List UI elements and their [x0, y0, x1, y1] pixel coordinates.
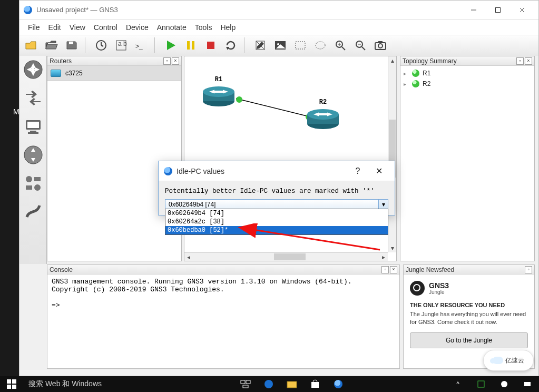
zoom-out-icon[interactable]	[351, 37, 369, 53]
insert-image-icon[interactable]	[271, 37, 289, 53]
canvas-node-r1[interactable]: R1	[201, 85, 236, 109]
canvas-vertical-scrollbar[interactable]: ▴ ▾	[388, 56, 396, 252]
app-icon	[24, 6, 32, 14]
panel-undock-button[interactable]: ▫	[381, 266, 389, 273]
svg-line-24	[342, 47, 345, 50]
menu-control[interactable]: Control	[94, 23, 117, 32]
taskbar-tray-icon[interactable]	[516, 376, 539, 392]
taskbar-store-icon[interactable]	[303, 376, 327, 392]
dialog-close-button[interactable]: ✕	[368, 166, 389, 176]
router-template-item[interactable]: c3725	[47, 66, 181, 81]
browse-routers-icon[interactable]	[22, 58, 45, 81]
taskbar-overflow-icon[interactable]: ^	[446, 376, 469, 392]
chevron-down-icon[interactable]: ▾	[378, 200, 388, 209]
node-label: R1	[215, 76, 222, 83]
menubar: File Edit View Control Device Annotate T…	[19, 19, 538, 35]
open-project-icon[interactable]	[43, 37, 61, 53]
new-project-icon[interactable]	[23, 37, 41, 53]
browse-switches-icon[interactable]	[22, 86, 45, 110]
svg-point-46	[236, 96, 242, 103]
menu-tools[interactable]: Tools	[195, 23, 212, 32]
close-button[interactable]	[510, 3, 534, 17]
topology-node-row[interactable]: ▸ R1	[404, 68, 531, 79]
go-to-jungle-button[interactable]: Go to the Jungle	[410, 332, 528, 348]
browse-end-devices-icon[interactable]	[22, 115, 45, 138]
zoom-in-icon[interactable]	[331, 37, 349, 53]
taskbar-explorer-icon[interactable]	[280, 376, 303, 392]
start-all-icon[interactable]	[162, 37, 180, 53]
svg-rect-64	[287, 381, 297, 388]
maximize-button[interactable]	[486, 3, 510, 17]
draw-rect-icon[interactable]	[291, 37, 309, 53]
screenshot-icon[interactable]	[371, 37, 389, 53]
panel-undock-button[interactable]: ▫	[525, 266, 532, 273]
svg-rect-56	[7, 379, 11, 384]
window-title: Unsaved project* — GNS3	[36, 6, 118, 14]
svg-point-22	[316, 42, 325, 49]
browse-all-icon[interactable]	[22, 172, 45, 195]
taskbar-tray-icon[interactable]	[469, 376, 493, 392]
canvas-node-r2[interactable]: R2	[306, 108, 340, 132]
topology-node-row[interactable]: ▸ R2	[404, 79, 531, 89]
external-strip-char: M	[13, 107, 19, 116]
console-panel-title: Console	[50, 266, 73, 273]
canvas-horizontal-scrollbar[interactable]: ◂ ▸	[184, 252, 388, 261]
svg-rect-62	[243, 385, 248, 388]
task-view-icon[interactable]	[234, 376, 257, 392]
svg-rect-14	[207, 42, 214, 49]
annotate-note-icon[interactable]	[251, 37, 269, 53]
node-label: R2	[319, 99, 327, 106]
dialog-help-button[interactable]: ?	[347, 166, 368, 176]
topology-summary-panel: Topology Summary ▫ × ▸ R1 ▸ R2	[400, 56, 535, 261]
scroll-down-icon[interactable]: ▾	[388, 244, 397, 252]
svg-rect-66	[478, 381, 484, 387]
minimize-button[interactable]	[462, 3, 486, 17]
pause-all-icon[interactable]	[182, 37, 200, 53]
dropdown-option[interactable]: 0x60bedba0 [52]*	[165, 226, 388, 234]
draw-ellipse-icon[interactable]	[311, 37, 329, 53]
toolbar: a b >_	[19, 35, 538, 55]
combobox-selected-value: 0x602649b4 [74]	[169, 201, 215, 208]
menu-device[interactable]: Device	[126, 23, 149, 32]
scroll-left-icon[interactable]: ◂	[184, 253, 193, 261]
router-template-label: c3725	[65, 70, 83, 77]
browse-security-icon[interactable]	[22, 143, 45, 166]
show-interface-labels-icon[interactable]: a b	[112, 37, 130, 53]
menu-edit[interactable]: Edit	[48, 23, 61, 32]
stop-all-icon[interactable]	[202, 37, 220, 53]
menu-annotate[interactable]: Annotate	[157, 23, 187, 32]
start-button[interactable]	[0, 376, 23, 392]
console-output[interactable]: GNS3 management console. Running GNS3 ve…	[47, 275, 399, 312]
svg-point-19	[277, 43, 279, 45]
panel-close-button[interactable]: ×	[172, 57, 179, 65]
panel-close-button[interactable]: ×	[525, 57, 532, 65]
expand-icon[interactable]: ▸	[404, 81, 409, 87]
dropdown-option[interactable]: 0x602649b4 [74]	[165, 209, 388, 218]
expand-icon[interactable]: ▸	[404, 71, 409, 76]
svg-rect-13	[192, 41, 194, 50]
save-project-icon[interactable]	[63, 37, 81, 53]
panel-undock-button[interactable]: ▫	[163, 57, 171, 65]
menu-view[interactable]: View	[70, 23, 85, 32]
console-all-icon[interactable]: >_	[132, 37, 150, 53]
taskbar-edge-icon[interactable]	[257, 376, 280, 392]
dialog-icon	[164, 167, 172, 175]
reload-all-icon[interactable]	[222, 37, 240, 53]
snapshot-icon[interactable]	[92, 37, 110, 53]
panel-close-button[interactable]: ×	[390, 266, 397, 273]
menu-help[interactable]: Help	[220, 23, 236, 32]
add-link-icon[interactable]	[22, 200, 45, 223]
scrollbar-thumb[interactable]	[274, 253, 306, 260]
scroll-right-icon[interactable]: ▸	[379, 253, 388, 261]
taskbar-gns3-icon[interactable]	[327, 376, 350, 392]
panel-undock-button[interactable]: ▫	[516, 57, 524, 65]
idle-pc-combobox[interactable]: 0x602649b4 [74] ▾	[165, 199, 388, 210]
taskbar-tray-icon[interactable]	[493, 376, 516, 392]
taskbar-search[interactable]: 搜索 Web 和 Windows	[23, 379, 234, 389]
jungle-body: The Jungle has everything you will ever …	[410, 310, 528, 326]
dropdown-option[interactable]: 0x60264a2c [38]	[165, 218, 388, 226]
menu-file[interactable]: File	[28, 23, 40, 32]
svg-rect-12	[187, 41, 190, 50]
svg-rect-42	[34, 177, 41, 181]
scroll-up-icon[interactable]: ▴	[388, 56, 397, 65]
